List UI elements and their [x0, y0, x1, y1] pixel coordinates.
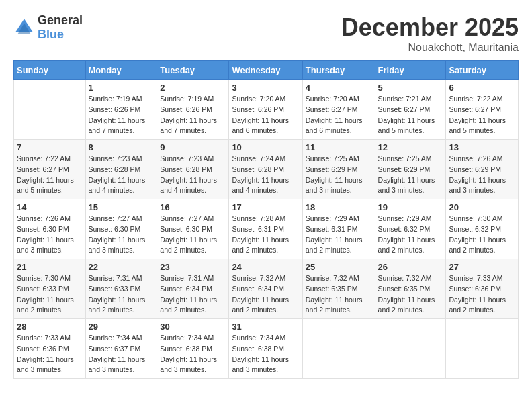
day-info: Sunrise: 7:30 AM Sunset: 6:32 PM Dayligh… — [449, 214, 515, 256]
day-number: 7 — [17, 142, 83, 152]
calendar-day-cell: 20Sunrise: 7:30 AM Sunset: 6:32 PM Dayli… — [446, 199, 519, 259]
calendar-week-row: 21Sunrise: 7:30 AM Sunset: 6:33 PM Dayli… — [14, 259, 519, 319]
day-number: 16 — [160, 202, 226, 212]
day-info: Sunrise: 7:21 AM Sunset: 6:27 PM Dayligh… — [378, 94, 443, 136]
weekday-header: Sunday — [14, 61, 86, 80]
weekday-header: Tuesday — [157, 61, 229, 80]
day-info: Sunrise: 7:34 AM Sunset: 6:37 PM Dayligh… — [89, 333, 154, 375]
weekday-header-row: SundayMondayTuesdayWednesdayThursdayFrid… — [14, 61, 519, 80]
calendar-day-cell: 29Sunrise: 7:34 AM Sunset: 6:37 PM Dayli… — [85, 319, 157, 379]
day-info: Sunrise: 7:27 AM Sunset: 6:30 PM Dayligh… — [160, 214, 226, 256]
day-number: 28 — [17, 322, 83, 332]
day-info: Sunrise: 7:31 AM Sunset: 6:33 PM Dayligh… — [89, 273, 154, 316]
calendar-day-cell: 6Sunrise: 7:22 AM Sunset: 6:27 PM Daylig… — [446, 80, 519, 140]
calendar-day-cell — [446, 319, 519, 379]
day-info: Sunrise: 7:30 AM Sunset: 6:33 PM Dayligh… — [17, 273, 83, 316]
calendar-day-cell: 2Sunrise: 7:19 AM Sunset: 6:26 PM Daylig… — [157, 80, 229, 140]
calendar-day-cell: 25Sunrise: 7:32 AM Sunset: 6:35 PM Dayli… — [302, 259, 375, 319]
calendar-day-cell: 15Sunrise: 7:27 AM Sunset: 6:30 PM Dayli… — [85, 199, 157, 259]
day-number: 11 — [306, 142, 372, 152]
day-number: 15 — [89, 202, 154, 212]
weekday-header: Monday — [85, 61, 157, 80]
calendar-day-cell: 23Sunrise: 7:31 AM Sunset: 6:34 PM Dayli… — [157, 259, 229, 319]
calendar-week-row: 14Sunrise: 7:26 AM Sunset: 6:30 PM Dayli… — [14, 199, 519, 259]
day-info: Sunrise: 7:28 AM Sunset: 6:31 PM Dayligh… — [232, 214, 299, 256]
day-number: 25 — [306, 262, 372, 272]
day-number: 6 — [449, 83, 515, 93]
day-info: Sunrise: 7:26 AM Sunset: 6:30 PM Dayligh… — [17, 214, 83, 256]
day-number: 24 — [232, 262, 299, 272]
calendar-table: SundayMondayTuesdayWednesdayThursdayFrid… — [13, 60, 519, 379]
day-number: 17 — [232, 202, 299, 212]
day-info: Sunrise: 7:34 AM Sunset: 6:38 PM Dayligh… — [160, 333, 226, 375]
calendar-day-cell: 18Sunrise: 7:29 AM Sunset: 6:31 PM Dayli… — [302, 199, 375, 259]
calendar-day-cell: 30Sunrise: 7:34 AM Sunset: 6:38 PM Dayli… — [157, 319, 229, 379]
day-number: 5 — [378, 83, 443, 93]
day-info: Sunrise: 7:34 AM Sunset: 6:38 PM Dayligh… — [232, 333, 299, 375]
day-number: 18 — [306, 202, 372, 212]
calendar-week-row: 1Sunrise: 7:19 AM Sunset: 6:26 PM Daylig… — [14, 80, 519, 140]
day-number: 20 — [449, 202, 515, 212]
day-info: Sunrise: 7:32 AM Sunset: 6:35 PM Dayligh… — [378, 273, 443, 316]
day-info: Sunrise: 7:32 AM Sunset: 6:35 PM Dayligh… — [306, 273, 372, 316]
calendar-day-cell: 4Sunrise: 7:20 AM Sunset: 6:27 PM Daylig… — [302, 80, 375, 140]
calendar-day-cell: 10Sunrise: 7:24 AM Sunset: 6:28 PM Dayli… — [229, 140, 302, 199]
day-info: Sunrise: 7:33 AM Sunset: 6:36 PM Dayligh… — [449, 273, 515, 316]
day-number: 10 — [232, 142, 299, 152]
day-info: Sunrise: 7:23 AM Sunset: 6:28 PM Dayligh… — [160, 154, 226, 196]
day-info: Sunrise: 7:22 AM Sunset: 6:27 PM Dayligh… — [17, 154, 83, 196]
day-number: 23 — [160, 262, 226, 272]
calendar-day-cell: 9Sunrise: 7:23 AM Sunset: 6:28 PM Daylig… — [157, 140, 229, 199]
location-title: Nouakchott, Mauritania — [341, 42, 519, 54]
day-info: Sunrise: 7:24 AM Sunset: 6:28 PM Dayligh… — [232, 154, 299, 196]
day-number: 22 — [89, 262, 154, 272]
calendar-day-cell: 27Sunrise: 7:33 AM Sunset: 6:36 PM Dayli… — [446, 259, 519, 319]
day-number: 12 — [378, 142, 443, 152]
day-info: Sunrise: 7:29 AM Sunset: 6:32 PM Dayligh… — [378, 214, 443, 256]
calendar-day-cell: 24Sunrise: 7:32 AM Sunset: 6:34 PM Dayli… — [229, 259, 302, 319]
calendar-day-cell — [14, 80, 86, 140]
day-info: Sunrise: 7:33 AM Sunset: 6:36 PM Dayligh… — [17, 333, 83, 375]
day-number: 13 — [449, 142, 515, 152]
calendar-day-cell: 17Sunrise: 7:28 AM Sunset: 6:31 PM Dayli… — [229, 199, 302, 259]
day-number: 1 — [89, 83, 154, 93]
day-number: 14 — [17, 202, 83, 212]
calendar-day-cell: 14Sunrise: 7:26 AM Sunset: 6:30 PM Dayli… — [14, 199, 86, 259]
calendar-day-cell: 28Sunrise: 7:33 AM Sunset: 6:36 PM Dayli… — [14, 319, 86, 379]
calendar-day-cell: 19Sunrise: 7:29 AM Sunset: 6:32 PM Dayli… — [375, 199, 446, 259]
day-info: Sunrise: 7:20 AM Sunset: 6:27 PM Dayligh… — [306, 94, 372, 136]
day-number: 9 — [160, 142, 226, 152]
title-block: December 2025 Nouakchott, Mauritania — [341, 13, 519, 54]
day-number: 19 — [378, 202, 443, 212]
weekday-header: Saturday — [446, 61, 519, 80]
day-info: Sunrise: 7:27 AM Sunset: 6:30 PM Dayligh… — [89, 214, 154, 256]
day-number: 31 — [232, 322, 299, 332]
page-header: General Blue December 2025 Nouakchott, M… — [13, 13, 519, 54]
day-info: Sunrise: 7:19 AM Sunset: 6:26 PM Dayligh… — [160, 94, 226, 136]
logo-general-text: General — [38, 13, 83, 27]
day-info: Sunrise: 7:29 AM Sunset: 6:31 PM Dayligh… — [306, 214, 372, 256]
day-info: Sunrise: 7:26 AM Sunset: 6:29 PM Dayligh… — [449, 154, 515, 196]
weekday-header: Friday — [375, 61, 446, 80]
calendar-day-cell: 1Sunrise: 7:19 AM Sunset: 6:26 PM Daylig… — [85, 80, 157, 140]
day-info: Sunrise: 7:25 AM Sunset: 6:29 PM Dayligh… — [306, 154, 372, 196]
calendar-day-cell: 16Sunrise: 7:27 AM Sunset: 6:30 PM Dayli… — [157, 199, 229, 259]
calendar-day-cell: 3Sunrise: 7:20 AM Sunset: 6:26 PM Daylig… — [229, 80, 302, 140]
calendar-week-row: 7Sunrise: 7:22 AM Sunset: 6:27 PM Daylig… — [14, 140, 519, 199]
day-info: Sunrise: 7:23 AM Sunset: 6:28 PM Dayligh… — [89, 154, 154, 196]
calendar-day-cell: 31Sunrise: 7:34 AM Sunset: 6:38 PM Dayli… — [229, 319, 302, 379]
calendar-day-cell: 21Sunrise: 7:30 AM Sunset: 6:33 PM Dayli… — [14, 259, 86, 319]
day-number: 8 — [89, 142, 154, 152]
calendar-day-cell: 5Sunrise: 7:21 AM Sunset: 6:27 PM Daylig… — [375, 80, 446, 140]
calendar-day-cell: 22Sunrise: 7:31 AM Sunset: 6:33 PM Dayli… — [85, 259, 157, 319]
calendar-week-row: 28Sunrise: 7:33 AM Sunset: 6:36 PM Dayli… — [14, 319, 519, 379]
logo-blue-text: Blue — [38, 28, 64, 41]
day-info: Sunrise: 7:25 AM Sunset: 6:29 PM Dayligh… — [378, 154, 443, 196]
calendar-day-cell: 11Sunrise: 7:25 AM Sunset: 6:29 PM Dayli… — [302, 140, 375, 199]
logo-icon — [13, 17, 35, 38]
day-number: 3 — [232, 83, 299, 93]
day-number: 2 — [160, 83, 226, 93]
day-info: Sunrise: 7:32 AM Sunset: 6:34 PM Dayligh… — [232, 273, 299, 316]
day-number: 27 — [449, 262, 515, 272]
day-info: Sunrise: 7:22 AM Sunset: 6:27 PM Dayligh… — [449, 94, 515, 136]
